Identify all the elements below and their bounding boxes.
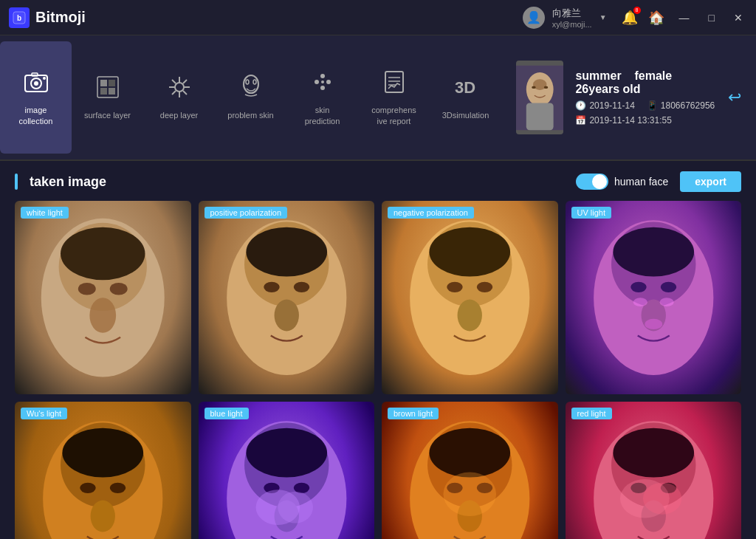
svg-line-19	[183, 80, 187, 83]
face-image-wu-light	[15, 402, 191, 539]
svg-point-39	[544, 86, 549, 89]
image-cell-white-light[interactable]: white light	[15, 201, 191, 394]
svg-point-70	[110, 483, 126, 493]
profile-name: summer	[575, 69, 621, 82]
svg-line-18	[183, 91, 187, 95]
svg-point-51	[246, 227, 327, 277]
image-cell-red-light[interactable]: red light	[566, 402, 742, 539]
maximize-button[interactable]: □	[704, 10, 719, 25]
svg-text:b: b	[17, 14, 21, 22]
svg-point-88	[443, 473, 496, 517]
svg-point-65	[659, 298, 673, 306]
calendar-icon: 📅	[575, 115, 586, 126]
image-label-red-light: red light	[571, 408, 612, 419]
image-grid: white light positive polarization	[15, 201, 741, 539]
tab-deep-layer-label: deep layer	[160, 110, 198, 120]
svg-point-60	[630, 282, 646, 292]
tab-surface-layer[interactable]: surface layer	[72, 41, 143, 154]
face-image-white-light	[15, 201, 191, 394]
tab-3dsimulation[interactable]: 3D 3Dsimulation	[430, 41, 501, 154]
section-accent-bar	[15, 174, 18, 190]
profile-phone: 18066762956	[661, 100, 715, 111]
profile-gender: female	[634, 69, 672, 82]
svg-point-66	[645, 319, 662, 329]
svg-point-27	[320, 86, 325, 90]
user-dropdown-arrow[interactable]: ▼	[599, 13, 607, 21]
app-name: Bitmoji	[35, 9, 86, 26]
svg-point-54	[447, 282, 462, 292]
tab-image-collection-label: imagecollection	[19, 105, 53, 126]
export-button[interactable]: export	[680, 171, 741, 192]
svg-point-72	[62, 428, 143, 478]
tab-image-collection[interactable]: imagecollection	[0, 41, 72, 154]
image-label-positive-polarization: positive polarization	[205, 207, 288, 219]
svg-point-57	[429, 227, 510, 277]
image-cell-wu-light[interactable]: Wu's light	[15, 402, 191, 539]
face-image-red-light	[566, 402, 742, 539]
clock-icon: 🕐	[575, 100, 586, 111]
profile-name-row: summer female 26years old	[575, 69, 716, 96]
toggle-label: human face	[614, 176, 668, 188]
svg-point-55	[477, 282, 492, 292]
profile-calendar-icon: 📅 2019-11-14 13:31:55	[575, 115, 671, 126]
svg-point-26	[326, 80, 331, 84]
problem-skin-icon	[238, 74, 264, 106]
svg-point-4	[34, 81, 38, 86]
logo-icon: b	[9, 7, 30, 28]
svg-point-23	[253, 80, 256, 84]
deep-layer-icon	[166, 74, 193, 106]
profile-photo	[516, 61, 563, 134]
svg-point-22	[246, 80, 249, 84]
navigation-bar: imagecollection surface layer	[0, 35, 756, 161]
notification-bell[interactable]: 🔔 8	[622, 10, 638, 26]
profile-date2: 2019-11-14 13:31:55	[589, 115, 671, 126]
svg-point-24	[315, 80, 319, 84]
image-label-uv-light: UV light	[571, 207, 612, 219]
tab-skin-prediction[interactable]: skinprediction	[286, 41, 358, 154]
human-face-toggle[interactable]	[576, 174, 608, 190]
face-image-negative-polarization	[382, 201, 558, 394]
image-cell-brown-light[interactable]: brown light	[382, 402, 558, 539]
tab-problem-skin[interactable]: problem skin	[215, 41, 286, 154]
image-cell-positive-polarization[interactable]: positive polarization	[199, 201, 375, 394]
main-content: taken image human face export white ligh…	[0, 161, 756, 539]
svg-point-50	[274, 300, 298, 332]
tab-comprehensive-report[interactable]: comprehensive report	[358, 41, 430, 154]
home-icon[interactable]: 🏠	[648, 10, 664, 26]
tab-3dsimulation-label: 3Dsimulation	[442, 110, 489, 120]
close-button[interactable]: ✕	[729, 10, 747, 25]
svg-point-45	[61, 227, 145, 281]
svg-rect-29	[385, 72, 403, 92]
svg-point-38	[532, 86, 536, 89]
avatar: 👤	[523, 7, 545, 29]
tab-surface-layer-label: surface layer	[84, 110, 131, 120]
svg-point-87	[429, 428, 510, 478]
svg-line-17	[172, 80, 176, 83]
tab-deep-layer[interactable]: deep layer	[143, 41, 215, 154]
user-info-section: 👤 向雅兰 xyl@moji... ▼	[523, 7, 607, 29]
phone-icon: 📱	[647, 100, 658, 111]
image-cell-negative-polarization[interactable]: negative polarization	[382, 201, 558, 394]
image-label-blue-light: blue light	[205, 408, 249, 419]
svg-line-20	[172, 91, 176, 95]
section-header: taken image human face export	[15, 171, 741, 192]
app-logo: b Bitmoji	[9, 7, 86, 28]
image-cell-blue-light[interactable]: blue light	[199, 402, 375, 539]
profile-details: summer female 26years old 🕐 2019-11-14 📱…	[575, 69, 716, 126]
minimize-button[interactable]: —	[675, 10, 694, 25]
notification-badge: 8	[633, 7, 641, 14]
svg-rect-9	[109, 80, 115, 86]
image-cell-uv-light[interactable]: UV light	[566, 201, 742, 394]
profile-date1: 2019-11-14	[589, 100, 634, 111]
image-label-white-light: white light	[21, 207, 69, 219]
surface-layer-icon	[94, 74, 121, 106]
svg-point-36	[533, 79, 546, 90]
user-details: 向雅兰 xyl@moji...	[552, 7, 592, 29]
image-label-negative-polarization: negative polarization	[388, 207, 474, 219]
user-name: 向雅兰	[552, 7, 592, 20]
face-image-brown-light	[382, 402, 558, 539]
svg-point-81	[278, 492, 313, 523]
image-label-wu-light: Wu's light	[21, 408, 67, 419]
back-button[interactable]: ↩	[728, 88, 741, 107]
svg-point-69	[80, 483, 95, 493]
